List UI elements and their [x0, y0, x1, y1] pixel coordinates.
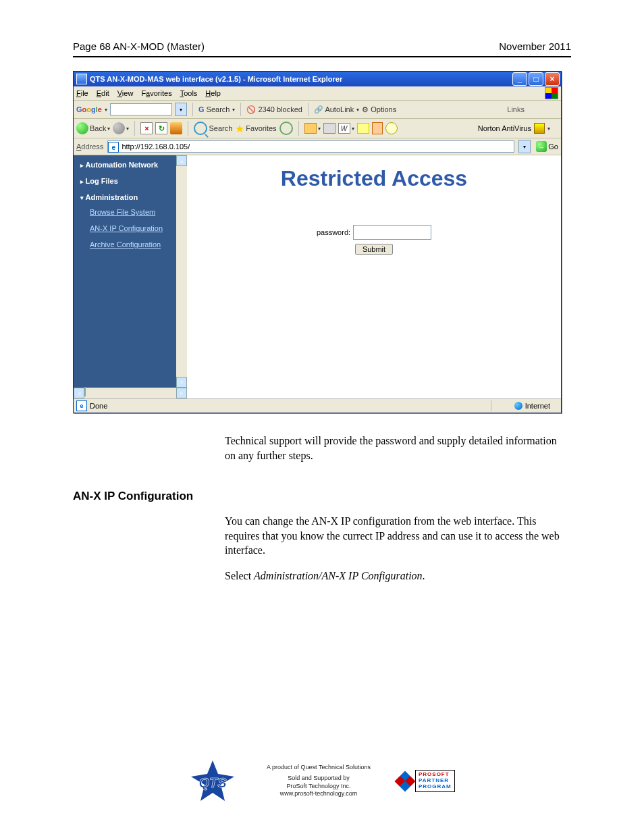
print-button[interactable] [323, 123, 336, 134]
ie-window: QTS AN-X-MOD-MAS web interface (v2.1.5) … [73, 71, 562, 413]
titlebar[interactable]: QTS AN-X-MOD-MAS web interface (v2.1.5) … [74, 72, 561, 86]
internet-zone-icon [514, 402, 522, 410]
note-button[interactable] [357, 123, 369, 134]
menu-favorites[interactable]: Favorites [141, 89, 171, 97]
google-options[interactable]: ⚙ Options [362, 105, 396, 114]
status-done: Done [90, 402, 107, 410]
go-icon: → [536, 141, 547, 152]
submit-button[interactable]: Submit [355, 244, 393, 255]
go-button[interactable]: → Go [536, 141, 558, 152]
svg-text:QTS: QTS [198, 775, 227, 790]
links-label[interactable]: Links [507, 105, 525, 113]
content-area: Restricted Access password: Submit [187, 155, 561, 398]
section-heading-ipconfig: AN-X IP Configuration [73, 490, 571, 503]
sidebar-section-automation[interactable]: Automation Network [74, 155, 176, 172]
header-rule [73, 56, 571, 57]
google-toolbar: Google ▾ ▾ G Search ▾ 🚫 2340 blocked 🔗 A… [74, 101, 561, 119]
restricted-access-heading: Restricted Access [187, 166, 561, 191]
sidebar-section-admin[interactable]: Administration [74, 188, 176, 204]
edit-button[interactable]: W▾ [338, 123, 354, 134]
google-popup-blocker[interactable]: 🚫 2340 blocked [246, 105, 302, 114]
body-paragraph-2: You can change the AN-X IP configuration… [225, 514, 566, 558]
ie-page-icon: e [108, 142, 119, 153]
google-search-dropdown[interactable]: ▾ [175, 103, 187, 116]
google-search-button[interactable]: G Search [198, 105, 230, 113]
menu-edit[interactable]: Edit [97, 89, 109, 97]
menu-bar: File Edit View Favorites Tools Help [74, 86, 561, 101]
norton-antivirus[interactable]: Norton AntiVirus ▾ [478, 123, 550, 134]
page-header-right: November 2011 [499, 41, 571, 52]
menu-file[interactable]: File [76, 89, 88, 97]
folder-button[interactable]: ▾ [304, 123, 321, 134]
password-input[interactable] [353, 225, 431, 240]
hscroll-left[interactable]: ◂ [74, 388, 84, 398]
sidebar-scroll-up[interactable]: ▴ [176, 155, 187, 166]
windows-flag-icon [545, 87, 558, 99]
address-dropdown[interactable]: ▾ [518, 140, 531, 153]
stop-button[interactable]: × [140, 122, 153, 134]
address-input[interactable] [107, 140, 514, 153]
favorites-button[interactable]: ★Favorites [235, 122, 276, 135]
close-button[interactable]: × [545, 72, 560, 86]
address-bar: Address e ▾ → Go [74, 138, 561, 155]
body-paragraph-3: Select Administration/AN-X IP Configurat… [225, 569, 566, 583]
sidebar-hscrollbar[interactable]: ◂ ▸ [74, 388, 187, 398]
hscroll-right[interactable]: ▸ [176, 388, 187, 398]
sidebar-item-browse[interactable]: Browse File System [74, 204, 176, 220]
forward-button[interactable]: ▾ [113, 122, 129, 134]
clipboard-button[interactable] [372, 122, 383, 134]
norton-icon [534, 123, 545, 134]
status-bar: e Done Internet [74, 398, 561, 413]
window-title: QTS AN-X-MOD-MAS web interface (v2.1.5) … [90, 75, 512, 83]
sidebar-scroll-down[interactable]: ▾ [176, 377, 187, 388]
page-header: Page 68 AN-X-MOD (Master) November 2011 [73, 41, 571, 56]
p3-diamond-icon [394, 771, 415, 791]
maximize-button[interactable]: □ [529, 72, 543, 86]
app-icon [76, 74, 87, 84]
menu-help[interactable]: Help [205, 89, 221, 97]
google-logo[interactable]: Google [76, 105, 102, 113]
hscroll-thumb[interactable] [84, 387, 86, 396]
google-menu-arrow-icon[interactable]: ▾ [105, 107, 107, 113]
settings-button[interactable] [385, 122, 398, 134]
sidebar-item-ipconfig[interactable]: AN-X IP Configuration [74, 220, 176, 236]
ie-toolbar: Back ▾ ▾ × ↻ Search ★Favorites ▾ W▾ Nort… [74, 119, 561, 138]
footer-text: A product of Quest Technical Solutions S… [267, 764, 371, 798]
back-button[interactable]: Back ▾ [76, 122, 110, 134]
sidebar-item-archive[interactable]: Archive Configuration [74, 236, 176, 253]
menu-tools[interactable]: Tools [180, 89, 198, 97]
sidebar-section-log[interactable]: Log Files [74, 172, 176, 188]
p3-logo: PROSOFT PARTNER PROGRAM [398, 765, 458, 798]
status-page-icon: e [76, 400, 87, 411]
minimize-button[interactable]: _ [512, 72, 527, 86]
home-button[interactable] [170, 122, 182, 134]
address-label: Address [76, 142, 103, 151]
google-autolink[interactable]: 🔗 AutoLink [314, 105, 354, 114]
sidebar: Automation Network Log Files Administrat… [74, 155, 187, 398]
body-paragraph-1: Technical support will provide the passw… [225, 434, 566, 463]
google-search-input[interactable] [110, 103, 172, 115]
qts-logo: QTS [186, 759, 240, 804]
menu-view[interactable]: View [117, 89, 134, 97]
history-button[interactable] [279, 122, 293, 135]
password-label: password: [317, 228, 350, 236]
search-button[interactable]: Search [194, 122, 232, 135]
status-zone: Internet [525, 402, 550, 410]
page-footer: QTS A product of Quest Technical Solutio… [73, 759, 571, 804]
refresh-button[interactable]: ↻ [155, 122, 167, 134]
page-header-left: Page 68 AN-X-MOD (Master) [73, 41, 205, 52]
